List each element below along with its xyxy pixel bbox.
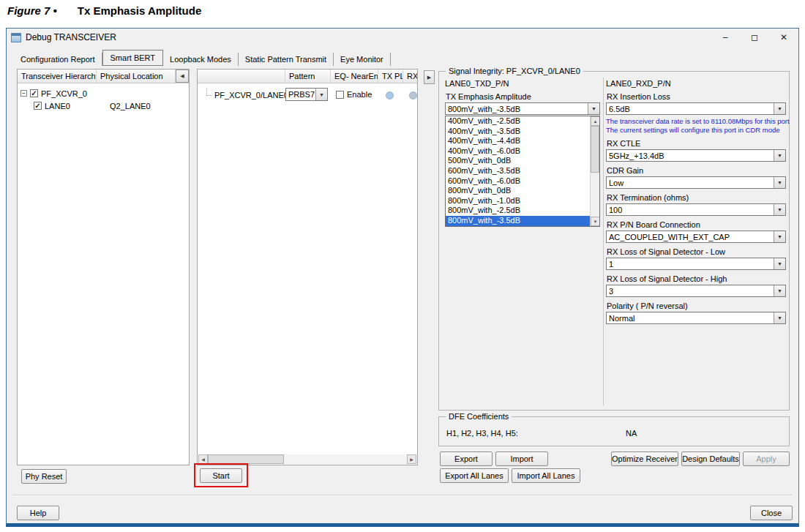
title-bar[interactable]: Debug TRANSCEIVER – ◻ ✕ <box>7 29 798 46</box>
tx-emphasis-select[interactable]: 800mV_with_-3.5dB ▼ <box>445 102 600 115</box>
rx-ctle-select[interactable]: 5GHz_+13.4dB ▼ <box>606 149 786 162</box>
tree-collapse-icon[interactable]: − <box>20 90 27 97</box>
scroll-up-icon[interactable]: ▲ <box>591 116 600 126</box>
export-button[interactable]: Export <box>440 452 493 466</box>
window-title: Debug TRANSCEIVER <box>26 32 116 42</box>
tab-smart-bert[interactable]: Smart BERT <box>102 50 164 66</box>
scroll-right-icon[interactable]: ▶ <box>407 454 416 464</box>
rx-insertion-loss-select[interactable]: 6.5dB ▼ <box>606 102 786 115</box>
expand-panel-button[interactable]: ▶ <box>424 70 435 84</box>
dropdown-option[interactable]: 800mV_with_-1.0dB <box>446 196 599 206</box>
scroll-down-icon[interactable]: ▼ <box>591 217 600 226</box>
rx-termination-select[interactable]: 100 ▼ <box>606 203 786 216</box>
import-all-lanes-button[interactable]: Import All Lanes <box>512 468 580 483</box>
tx-emphasis-value: 800mV_with_-3.5dB <box>446 105 588 113</box>
tree-row-lane0[interactable]: ✓ LANE0 Q2_LANE0 <box>20 100 189 112</box>
combo-value: 5GHz_+13.4dB <box>607 151 774 160</box>
phy-reset-button[interactable]: Phy Reset <box>21 469 67 484</box>
apply-button[interactable]: Apply <box>743 452 790 466</box>
polarity-select[interactable]: Normal ▼ <box>606 312 786 324</box>
transceiver-hierarchy-panel: Transceiver Hierarchy Physical Location … <box>17 69 190 465</box>
chevron-down-icon[interactable]: ▼ <box>588 103 599 114</box>
footer-separator <box>12 495 793 496</box>
hierarchy-header: Transceiver Hierarchy Physical Location … <box>18 70 189 83</box>
dropdown-option[interactable]: 600mV_with_-6.0dB <box>446 176 599 187</box>
dfe-coefficients-label: H1, H2, H3, H4, H5: <box>446 429 518 438</box>
help-button[interactable]: Help <box>17 506 59 520</box>
tab-configuration-report[interactable]: Configuration Report <box>14 53 102 66</box>
scrollbar-thumb[interactable] <box>208 454 284 464</box>
scrollbar-track[interactable] <box>284 454 407 464</box>
tx-pll-status-indicator <box>386 91 394 100</box>
dropdown-option[interactable]: 400mV_with_-6.0dB <box>446 146 599 157</box>
tab-static-pattern-transmit[interactable]: Static Pattern Transmit <box>239 53 334 66</box>
start-button[interactable]: Start <box>200 468 242 483</box>
lane0-checkbox[interactable]: ✓ <box>34 102 42 110</box>
tab-eye-monitor[interactable]: Eye Monitor <box>334 53 391 66</box>
column-header-rx-pll[interactable]: RX PLL <box>403 70 417 83</box>
dropdown-option[interactable]: 400mV_with_-4.4dB <box>446 136 599 146</box>
chevron-down-icon[interactable]: ▼ <box>774 312 785 323</box>
dropdown-option[interactable]: 400mV_with_-3.5dB <box>446 127 599 137</box>
chevron-down-icon[interactable]: ▼ <box>774 103 785 114</box>
dropdown-option[interactable]: 800mV_with_-2.5dB <box>446 206 599 216</box>
rx-termination-label: RX Termination (ohms) <box>607 193 786 202</box>
data-rate-notice: The transceiver data rate is set to 8110… <box>606 117 786 135</box>
signal-integrity-group: Signal Integrity: PF_XCVR_0/LANE0 LANE0_… <box>438 71 790 411</box>
column-header-eq-nearend[interactable]: EQ- NearEnd <box>331 70 378 83</box>
bert-table-header: Pattern EQ- NearEnd TX PLL RX PLL <box>198 70 417 83</box>
column-header-transceiver-hierarchy[interactable]: Transceiver Hierarchy <box>18 70 97 83</box>
column-header-lane[interactable] <box>198 70 285 83</box>
close-button[interactable]: Close <box>750 506 793 520</box>
design-defaults-button[interactable]: Design Defaults <box>681 452 740 466</box>
rx-los-low-select[interactable]: 1 ▼ <box>606 258 786 270</box>
tree-row-pf-xcvr-0[interactable]: − ✓ PF_XCVR_0 <box>20 87 189 100</box>
table-row: PF_XCVR_0/LANE0 PRBS7 ▼ Enable <box>198 88 417 104</box>
notice-line-2: The current settings will configure this… <box>606 126 786 135</box>
collapse-panel-button[interactable]: ◀ <box>176 70 189 83</box>
chevron-down-icon[interactable]: ▼ <box>774 177 785 188</box>
export-all-lanes-button[interactable]: Export All Lanes <box>440 468 509 483</box>
enable-checkbox-group[interactable]: Enable <box>336 90 372 99</box>
chevron-down-icon[interactable]: ▼ <box>774 204 785 215</box>
column-header-pattern[interactable]: Pattern <box>285 70 331 83</box>
dropdown-option[interactable]: 500mV_with_0dB <box>446 156 599 166</box>
scrollbar-thumb[interactable] <box>591 126 599 173</box>
dropdown-option[interactable]: 400mV_with_-2.5dB <box>446 116 599 127</box>
dropdown-option-selected[interactable]: 800mV_with_-3.5dB <box>446 216 599 226</box>
minimize-button[interactable]: – <box>711 29 740 46</box>
debug-transceiver-window: Debug TRANSCEIVER – ◻ ✕ Configuration Re… <box>6 28 799 527</box>
figure-title: Tx Emphasis Amplitude <box>78 4 201 17</box>
scrollbar-track[interactable] <box>591 173 599 217</box>
import-button[interactable]: Import <box>495 452 548 466</box>
optimize-receiver-button[interactable]: Optimize Receiver <box>611 452 678 466</box>
column-header-tx-pll[interactable]: TX PLL <box>378 70 403 83</box>
cdr-gain-select[interactable]: Low ▼ <box>606 176 786 189</box>
tree-label-pf-xcvr-0: PF_XCVR_0 <box>41 89 87 98</box>
dfe-group-title: DFE Coefficients <box>446 412 512 421</box>
enable-checkbox[interactable] <box>336 91 344 99</box>
combo-value: AC_COUPLED_WITH_EXT_CAP <box>607 233 774 241</box>
rx-los-high-select[interactable]: 3 ▼ <box>606 285 786 297</box>
chevron-down-icon[interactable]: ▼ <box>774 231 785 242</box>
rx-section-label: LANE0_RXD_P/N <box>606 79 786 88</box>
chevron-down-icon[interactable]: ▼ <box>774 258 785 269</box>
chevron-down-icon[interactable]: ▼ <box>315 89 327 100</box>
figure-label: Figure 7 • <box>7 4 57 17</box>
scroll-left-icon[interactable]: ◀ <box>198 454 208 464</box>
pf-xcvr-0-checkbox[interactable]: ✓ <box>30 89 38 97</box>
dropdown-option[interactable]: 600mV_with_-3.5dB <box>446 166 599 176</box>
horizontal-scrollbar[interactable]: ◀ ▶ <box>198 454 416 464</box>
rx-board-connection-select[interactable]: AC_COUPLED_WITH_EXT_CAP ▼ <box>606 231 786 243</box>
chevron-down-icon[interactable]: ▼ <box>774 285 785 296</box>
chevron-left-icon: ◀ <box>180 73 184 79</box>
rx-board-connection-label: RX P/N Board Connection <box>607 220 786 229</box>
maximize-button[interactable]: ◻ <box>740 29 769 46</box>
chevron-down-icon[interactable]: ▼ <box>774 150 785 161</box>
close-window-button[interactable]: ✕ <box>769 29 798 46</box>
vertical-scrollbar[interactable]: ▲ ▼ <box>590 116 599 226</box>
tab-loopback-modes[interactable]: Loopback Modes <box>163 53 239 66</box>
pattern-select[interactable]: PRBS7 ▼ <box>285 88 328 101</box>
dropdown-option[interactable]: 800mV_with_0dB <box>446 186 599 196</box>
column-header-physical-location[interactable]: Physical Location <box>97 70 176 83</box>
